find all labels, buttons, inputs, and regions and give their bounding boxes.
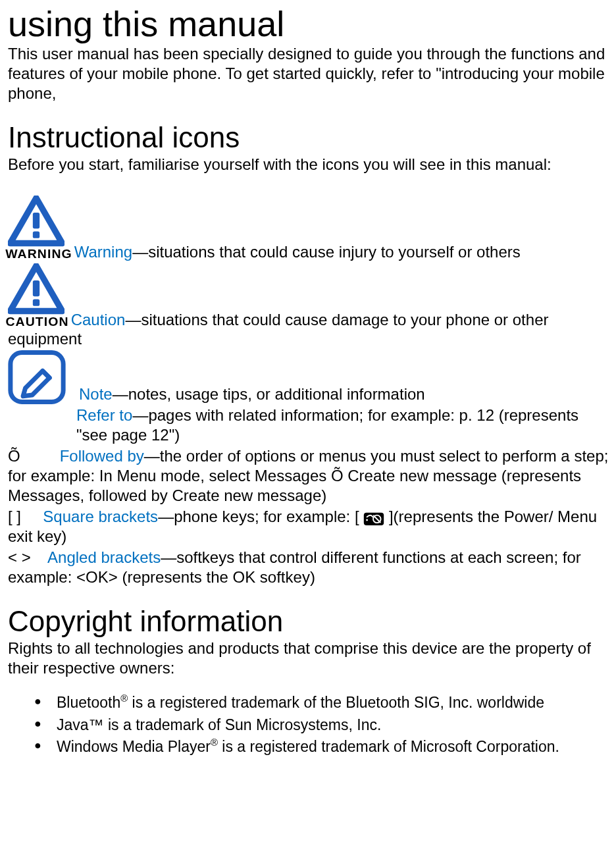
angled-term: Angled brackets <box>47 548 161 566</box>
copyright-heading: Copyright information <box>8 606 611 637</box>
list-item: Java™ is a trademark of Sun Microsystems… <box>34 715 611 734</box>
warning-term: Warning <box>74 243 132 261</box>
list-item: Windows Media Player® is a registered tr… <box>34 737 611 756</box>
svg-point-9 <box>366 519 368 521</box>
warning-desc: —situations that could cause injury to y… <box>132 243 521 261</box>
refer-row: Refer to—pages with related information;… <box>8 406 611 445</box>
list-item: Bluetooth® is a registered trademark of … <box>34 693 611 712</box>
warning-row: WARNING Warning—situations that could ca… <box>8 196 611 262</box>
power-key-icon <box>363 511 384 525</box>
svg-line-5 <box>43 371 49 377</box>
angled-row: < > Angled brackets—softkeys that contro… <box>8 548 611 587</box>
square-row: [ ] Square brackets—phone keys; for exam… <box>8 507 611 546</box>
caution-icon: CAUTION <box>8 263 66 330</box>
svg-rect-2 <box>33 280 39 296</box>
page-title: using this manual <box>8 5 611 43</box>
instructional-icons-intro: Before you start, familiarise yourself w… <box>8 155 611 174</box>
caution-icon-label: CAUTION <box>5 315 68 330</box>
angled-symbol: < > <box>8 548 31 566</box>
note-icon <box>8 350 66 404</box>
refer-desc: —pages with related information; for exa… <box>76 406 578 444</box>
warning-icon: WARNING <box>8 196 70 262</box>
note-row: Note—notes, usage tips, or additional in… <box>8 350 611 404</box>
note-desc: —notes, usage tips, or additional inform… <box>113 385 425 403</box>
instructional-icons-heading: Instructional icons <box>8 122 611 153</box>
copyright-intro: Rights to all technologies and products … <box>8 639 611 678</box>
followed-symbol: Õ <box>8 447 20 465</box>
square-symbol: [ ] <box>8 508 21 525</box>
refer-term: Refer to <box>76 406 132 424</box>
intro-paragraph: This user manual has been specially desi… <box>8 44 611 103</box>
note-term: Note <box>79 385 113 403</box>
square-term: Square brackets <box>43 508 158 525</box>
followed-term: Followed by <box>60 447 144 465</box>
square-desc-pre: —phone keys; for example: [ <box>158 508 363 525</box>
svg-rect-0 <box>33 213 39 228</box>
caution-row: CAUTION Caution—situations that could ca… <box>8 263 611 350</box>
svg-rect-1 <box>33 232 39 238</box>
followed-row: Õ Followed by—the order of options or me… <box>8 446 611 506</box>
warning-icon-label: WARNING <box>5 247 72 262</box>
caution-term: Caution <box>71 310 126 328</box>
copyright-list: Bluetooth® is a registered trademark of … <box>8 693 611 756</box>
svg-rect-3 <box>33 299 39 305</box>
